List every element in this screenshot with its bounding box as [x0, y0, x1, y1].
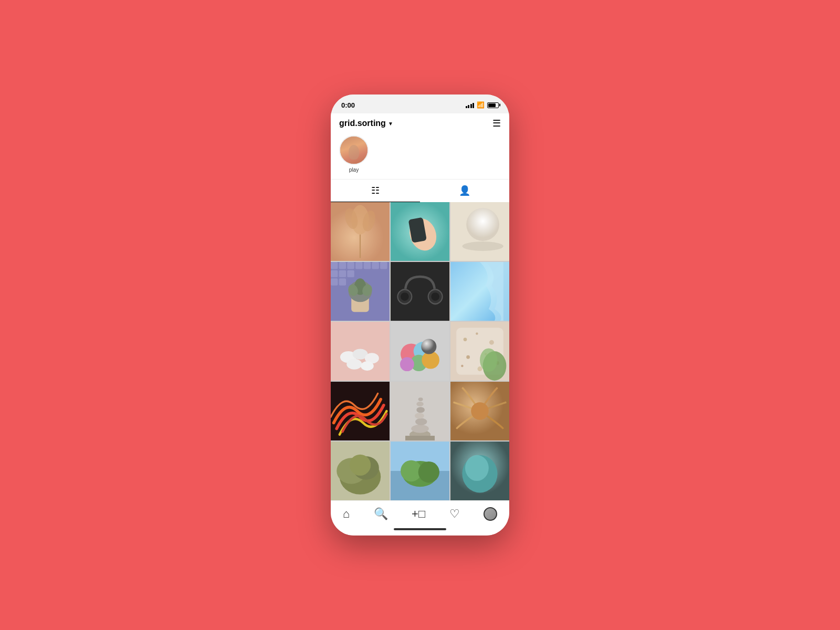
svg-rect-6 — [331, 202, 390, 261]
svg-rect-20 — [364, 262, 371, 269]
svg-point-58 — [489, 340, 494, 345]
home-indicator — [331, 525, 509, 536]
svg-rect-26 — [331, 278, 338, 285]
add-icon: +□ — [412, 507, 425, 521]
status-time: 0:00 — [341, 101, 355, 109]
story-avatar[interactable]: play — [339, 135, 369, 173]
svg-point-62 — [478, 366, 482, 371]
svg-rect-27 — [339, 278, 346, 285]
person-tag-icon: 👤 — [459, 185, 470, 196]
tab-tagged[interactable]: 👤 — [420, 180, 509, 202]
svg-point-13 — [462, 242, 503, 251]
photo-cell-1[interactable] — [331, 202, 390, 261]
photo-cell-4[interactable] — [331, 262, 390, 321]
photo-cell-8[interactable] — [391, 322, 449, 381]
svg-point-83 — [350, 455, 371, 476]
home-indicator-bar — [394, 528, 446, 530]
nav-likes[interactable]: ♡ — [443, 505, 466, 523]
profile-info: play — [331, 133, 509, 179]
nav-profile[interactable] — [477, 505, 503, 523]
svg-rect-22 — [380, 262, 387, 269]
chevron-down-icon: ▼ — [388, 121, 393, 127]
photo-cell-7[interactable] — [331, 322, 390, 381]
photo-cell-14[interactable] — [391, 442, 449, 500]
photo-cell-6[interactable] — [450, 262, 509, 321]
svg-rect-75 — [405, 436, 435, 440]
home-icon: ⌂ — [343, 507, 350, 521]
svg-point-60 — [466, 355, 470, 359]
svg-rect-23 — [331, 270, 338, 277]
nav-home[interactable]: ⌂ — [337, 505, 356, 523]
svg-rect-19 — [355, 262, 362, 269]
username-button[interactable]: grid.sorting ▼ — [339, 119, 393, 128]
svg-point-69 — [411, 425, 429, 433]
profile-header: grid.sorting ▼ ☰ play ☷ 👤 — [331, 113, 509, 202]
svg-rect-16 — [331, 262, 338, 269]
profile-tabs: ☷ 👤 — [331, 179, 509, 202]
photo-cell-10[interactable] — [331, 382, 390, 440]
search-icon: 🔍 — [374, 507, 388, 521]
svg-point-70 — [415, 418, 427, 425]
menu-button[interactable]: ☰ — [492, 118, 501, 129]
profile-nav: grid.sorting ▼ ☰ — [331, 113, 509, 133]
bottom-nav: ⌂ 🔍 +□ ♡ — [331, 500, 509, 525]
svg-point-52 — [400, 357, 414, 371]
svg-point-12 — [466, 208, 499, 241]
svg-rect-21 — [372, 262, 379, 269]
photo-cell-3[interactable] — [450, 202, 509, 261]
svg-point-72 — [416, 407, 425, 413]
photo-cell-9[interactable] — [450, 322, 509, 381]
photo-grid — [331, 202, 509, 500]
svg-point-74 — [418, 397, 423, 401]
svg-rect-17 — [339, 262, 346, 269]
photo-cell-13[interactable] — [331, 442, 390, 500]
svg-point-38 — [401, 292, 409, 301]
svg-point-89 — [418, 461, 439, 482]
nav-search[interactable]: 🔍 — [368, 505, 394, 523]
wifi-icon: 📶 — [477, 101, 485, 109]
username-text: grid.sorting — [339, 119, 386, 128]
heart-icon: ♡ — [449, 507, 460, 521]
battery-icon — [487, 102, 499, 108]
tab-grid[interactable]: ☷ — [331, 180, 420, 202]
svg-point-78 — [471, 402, 489, 420]
photo-cell-5[interactable] — [391, 262, 449, 321]
phone-frame: 0:00 📶 grid.sorting ▼ ☰ — [331, 94, 509, 536]
svg-point-65 — [480, 348, 498, 372]
svg-point-71 — [415, 413, 424, 418]
status-icons: 📶 — [466, 101, 499, 109]
signal-icon — [466, 102, 475, 108]
story-label: play — [349, 167, 359, 173]
photo-cell-15[interactable] — [450, 442, 509, 500]
status-bar: 0:00 📶 — [331, 94, 509, 113]
svg-point-93 — [465, 455, 489, 481]
photo-cell-12[interactable] — [450, 382, 509, 440]
svg-point-53 — [421, 339, 436, 354]
svg-point-39 — [431, 292, 439, 301]
svg-rect-24 — [339, 270, 346, 277]
photo-cell-11[interactable] — [391, 382, 449, 440]
svg-point-45 — [346, 359, 362, 370]
svg-point-56 — [464, 338, 467, 341]
svg-point-57 — [476, 332, 478, 334]
svg-rect-25 — [347, 270, 354, 277]
nav-add[interactable]: +□ — [405, 505, 432, 523]
svg-rect-18 — [347, 262, 354, 269]
svg-point-63 — [461, 365, 463, 367]
svg-point-46 — [361, 361, 374, 371]
grid-icon: ☷ — [371, 185, 380, 196]
photo-cell-2[interactable] — [391, 202, 449, 261]
svg-point-73 — [416, 402, 423, 406]
nav-profile-avatar — [484, 507, 497, 521]
avatar — [339, 135, 369, 165]
